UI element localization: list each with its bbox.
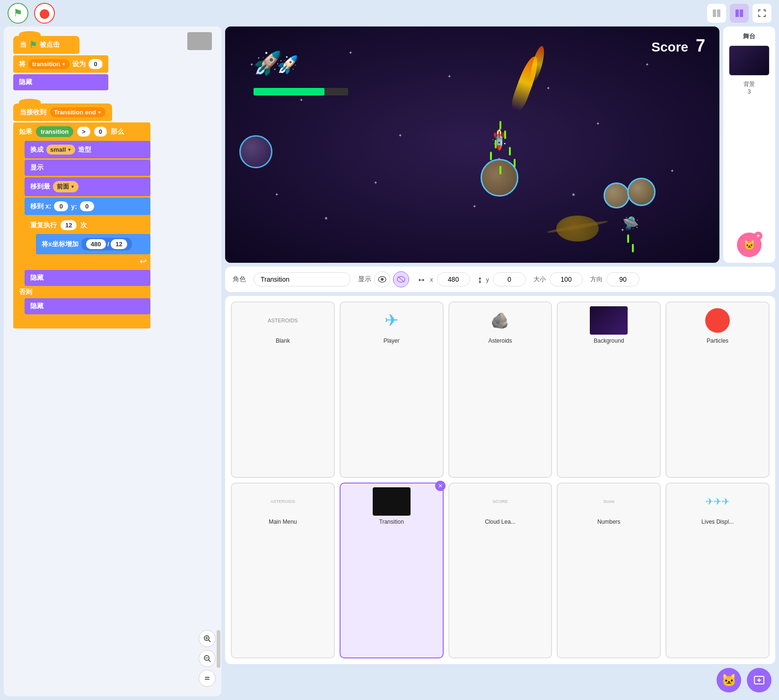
size-input[interactable]: [550, 272, 583, 286]
sprite-card-background[interactable]: Background: [557, 302, 661, 478]
sprite-card-asteroids[interactable]: 🪨 Asteroids: [448, 302, 552, 478]
asteroids-label: Asteroids: [488, 337, 512, 344]
value-input[interactable]: 0: [88, 59, 103, 69]
increase-val-input[interactable]: 480 / 12: [81, 238, 132, 251]
when-receive-block[interactable]: 当接收到 Transition end ▼: [13, 104, 112, 121]
planet-left: [239, 135, 272, 168]
scrollbar-thumb[interactable]: [217, 630, 220, 668]
zero-input[interactable]: 0: [94, 127, 107, 137]
when-flag-clicked-block[interactable]: 当 ⚑ 被点击: [13, 36, 79, 54]
layout-btn-1[interactable]: [707, 4, 726, 23]
svg-rect-3: [740, 9, 743, 17]
hide-block[interactable]: 隐藏: [13, 74, 108, 90]
repeat-block[interactable]: 重复执行 12 次 将x坐标增加 480: [25, 216, 150, 268]
player-sprite-thumb: ✈: [373, 306, 411, 335]
switch-costume-block[interactable]: 换成 small ▼ 造型: [25, 141, 150, 158]
score-display: Score 7: [651, 36, 705, 56]
sprite-card-blank[interactable]: ASTEROIDS Blank: [231, 302, 335, 478]
go-xy-block[interactable]: 移到 x: 0 y: 0: [25, 198, 150, 215]
else-hide-block[interactable]: 隐藏: [25, 298, 150, 314]
particles-circle: [705, 308, 730, 333]
set-variable-block[interactable]: 将 transition ▼ 设为 0: [13, 55, 108, 73]
sprite-card-numbers[interactable]: Score Numbers: [557, 483, 661, 659]
hide-visibility-button[interactable]: [393, 271, 409, 287]
layout-btn-2[interactable]: [730, 4, 749, 23]
zoom-in-button[interactable]: [199, 630, 216, 647]
y-pos-input[interactable]: 0: [80, 201, 94, 211]
laser-3: [495, 140, 497, 148]
show-block[interactable]: 显示: [25, 160, 150, 176]
cloud-thumb-text: SCORE: [492, 499, 508, 504]
x-coord-label: x: [430, 276, 433, 283]
blank-label: Blank: [276, 337, 290, 344]
front-dropdown[interactable]: 前面 ▼: [53, 181, 79, 192]
message-dropdown[interactable]: Transition end ▼: [50, 107, 105, 117]
stage-area: ✦ ✦ ✦ ✦ ✦ ✦ ✦ ✦ ✦ ✦ ✦ ★ ✦ ✦ ★ ✦: [225, 26, 775, 263]
star: ✦: [473, 204, 476, 209]
move-front-block[interactable]: 移到最 前面 ▼: [25, 177, 150, 196]
sprite-grid: ASTEROIDS Blank ✈ Player 🪨 Asteroids Bac…: [225, 296, 775, 664]
if-block[interactable]: 如果 transition > 0 那么 换成: [13, 122, 150, 328]
change-x-block[interactable]: 将x坐标增加 480 / 12: [36, 234, 150, 254]
12-input[interactable]: 12: [111, 239, 127, 249]
x-pos-input[interactable]: 0: [54, 201, 68, 211]
480-input[interactable]: 480: [86, 239, 106, 249]
theater-panel: 舞台 背景 3 🐱 +: [723, 26, 775, 263]
backdrop-count: 3: [748, 88, 751, 95]
sprite-card-lives-disp[interactable]: ✈✈✈ Lives Displ...: [665, 483, 770, 659]
sprite-info-bar: 角色 显示 ↔ x ↕ y: [225, 267, 775, 292]
repeat-count-input[interactable]: 12: [61, 220, 77, 230]
star: ✦: [374, 180, 377, 185]
code-panel: 当 ⚑ 被点击 将 transition ▼ 设为 0: [4, 26, 221, 696]
updown-icon: ↕: [478, 274, 482, 285]
sprite-card-particles[interactable]: Particles: [665, 302, 770, 478]
transition-reporter[interactable]: transition: [36, 126, 73, 137]
operator-input: >: [77, 127, 90, 137]
add-sprite-icon: 🐱: [721, 673, 736, 688]
blank-thumb-text: ASTEROIDS: [268, 318, 298, 323]
sprite-card-transition[interactable]: ✕ Transition: [340, 483, 444, 659]
sprite-card-cloud-lea[interactable]: SCORE Cloud Lea...: [448, 483, 552, 659]
when-label: 当: [20, 41, 26, 49]
star: ★: [324, 216, 328, 221]
star: ✦: [546, 86, 550, 91]
sprite-card-player[interactable]: ✈ Player: [340, 302, 444, 478]
health-bar-container: [254, 88, 348, 95]
x-coord-row: ↔ x: [417, 272, 470, 286]
set-label: 将: [19, 60, 26, 69]
zoom-out-button[interactable]: [199, 650, 216, 667]
show-visibility-button[interactable]: [374, 271, 390, 287]
delete-badge[interactable]: ✕: [435, 481, 446, 491]
costume-dropdown[interactable]: small ▼: [46, 145, 75, 155]
transition-dropdown[interactable]: transition ▼: [28, 59, 70, 69]
green-flag-button[interactable]: ⚑: [8, 3, 28, 24]
lives-disp-label: Lives Displ...: [701, 519, 734, 525]
dropdown-arrow-icon: ▼: [61, 62, 66, 67]
stop-button[interactable]: ⬤: [34, 3, 55, 24]
hide-after-loop-block[interactable]: 隐藏: [25, 270, 150, 286]
flag-icon: ⚑: [29, 40, 37, 50]
particles-sprite-thumb: [699, 306, 736, 335]
arrows-icon: ↔: [417, 274, 426, 285]
stage-canvas[interactable]: ✦ ✦ ✦ ✦ ✦ ✦ ✦ ✦ ✦ ✦ ✦ ★ ✦ ✦ ★ ✦: [225, 26, 719, 263]
front-dropdown-arrow-icon: ▼: [70, 184, 75, 189]
sprite-card-main-menu[interactable]: ASTEROIDS Main Menu: [231, 483, 335, 659]
asteroids-sprite-thumb: 🪨: [481, 306, 519, 335]
code-scroll[interactable]: 当 ⚑ 被点击 将 transition ▼ 设为 0: [4, 26, 221, 696]
numbers-thumb-text: Score: [604, 499, 615, 504]
sprite-name-input[interactable]: [254, 272, 350, 286]
star: ✦: [299, 97, 303, 103]
player-spaceship-2: 🚀: [277, 55, 298, 75]
y-coord-row: ↕ y: [478, 272, 526, 286]
laser-2: [504, 130, 506, 139]
x-coord-input[interactable]: [437, 272, 470, 286]
star: ✦: [596, 121, 600, 126]
fullscreen-button[interactable]: [753, 4, 771, 23]
y-coord-input[interactable]: [493, 272, 526, 286]
stage-backdrop-thumbnail[interactable]: [729, 45, 770, 76]
direction-input[interactable]: [606, 272, 639, 286]
laser-5: [490, 152, 492, 160]
zoom-reset-button[interactable]: [199, 670, 216, 687]
add-backdrop-button-2[interactable]: [747, 668, 771, 692]
add-sprite-button[interactable]: 🐱: [717, 668, 741, 692]
